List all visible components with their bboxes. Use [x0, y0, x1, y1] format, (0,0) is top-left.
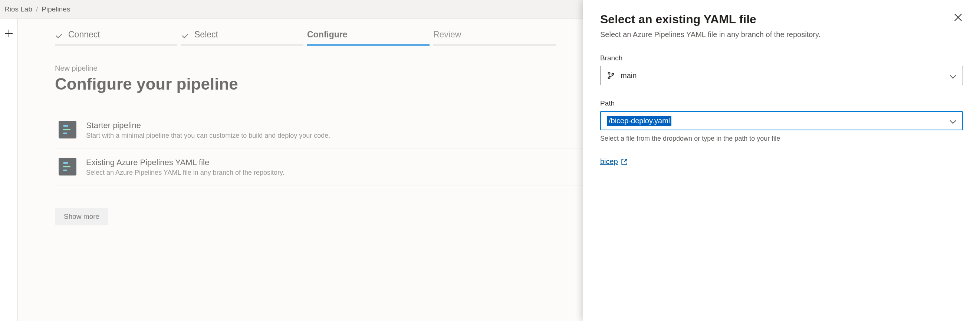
- external-link-icon: [621, 158, 628, 165]
- path-value: /bicep-deploy.yaml: [607, 116, 671, 126]
- check-icon: [55, 31, 63, 39]
- step-connect[interactable]: Connect: [55, 30, 177, 46]
- step-select[interactable]: Select: [181, 30, 304, 46]
- option-title: Existing Azure Pipelines YAML file: [86, 158, 285, 168]
- svg-point-2: [612, 73, 614, 75]
- step-label: Connect: [68, 30, 100, 40]
- option-description: Select an Azure Pipelines YAML file in a…: [86, 169, 285, 177]
- breadcrumb-project[interactable]: Rios Lab: [1, 5, 36, 13]
- chevron-down-icon: [950, 73, 956, 79]
- new-pipeline-icon[interactable]: [5, 30, 13, 37]
- breadcrumb-section[interactable]: Pipelines: [38, 5, 74, 13]
- close-icon[interactable]: [953, 13, 963, 22]
- branch-dropdown[interactable]: main: [600, 66, 963, 85]
- step-label: Configure: [307, 30, 348, 40]
- check-icon: [181, 31, 189, 39]
- repo-link[interactable]: bicep: [600, 157, 628, 166]
- chevron-down-icon: [950, 118, 956, 124]
- select-yaml-panel: Select an existing YAML file Select an A…: [583, 0, 980, 321]
- option-title: Starter pipeline: [86, 121, 330, 130]
- path-label: Path: [600, 99, 963, 108]
- svg-point-1: [608, 77, 610, 79]
- path-helper-text: Select a file from the dropdown or type …: [600, 135, 963, 142]
- yaml-icon: [59, 121, 76, 139]
- branch-value: main: [620, 71, 636, 80]
- branch-icon: [607, 72, 615, 79]
- show-more-button[interactable]: Show more: [55, 208, 108, 225]
- step-label: Select: [194, 30, 218, 40]
- path-dropdown[interactable]: /bicep-deploy.yaml: [600, 111, 963, 130]
- left-rail: [0, 19, 18, 321]
- repo-link-label: bicep: [600, 157, 618, 166]
- panel-title: Select an existing YAML file: [600, 13, 963, 26]
- yaml-icon: [59, 158, 76, 176]
- step-configure[interactable]: Configure: [307, 30, 430, 46]
- option-description: Start with a minimal pipeline that you c…: [86, 132, 330, 139]
- branch-label: Branch: [600, 54, 963, 62]
- step-review: Review: [433, 30, 556, 46]
- panel-subtitle: Select an Azure Pipelines YAML file in a…: [600, 29, 882, 40]
- step-label: Review: [433, 30, 461, 40]
- svg-point-0: [608, 72, 610, 74]
